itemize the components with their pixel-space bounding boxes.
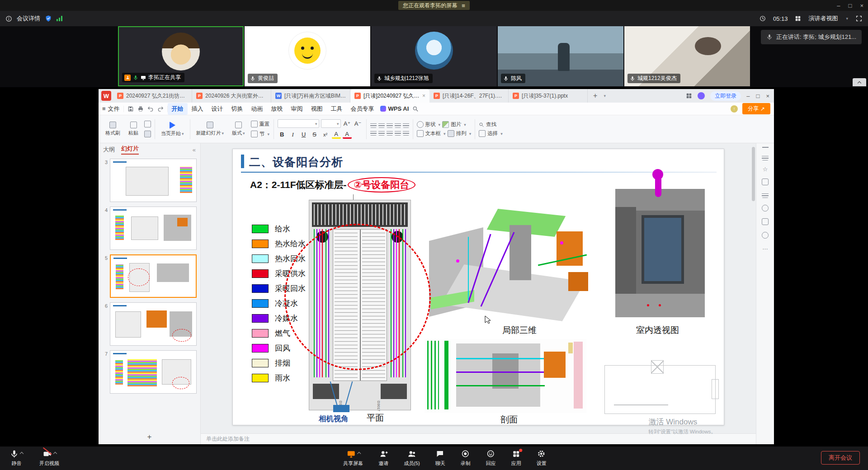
record-button[interactable]: 录制 [461, 449, 471, 467]
more-tools-icon[interactable]: … [762, 245, 768, 250]
shrink-font-button[interactable]: A⁻ [354, 119, 363, 128]
play-from-current-button[interactable]: 当页开始▾ [159, 121, 186, 138]
font-family-select[interactable]: ▾ [278, 119, 319, 128]
tab-list-caret-icon[interactable]: ▾ [604, 94, 606, 98]
share-button[interactable]: 分享↗ [742, 103, 770, 114]
new-tab-button[interactable]: + [590, 92, 601, 100]
leave-meeting-button[interactable]: 离开会议 [821, 451, 860, 465]
format-painter-button[interactable]: 格式刷 [103, 121, 123, 137]
slide-canvas[interactable]: 二、设备阳台分析 A2： 2-11F低区标准层- ②号设备阳台 给水 热水给水 … [232, 149, 724, 425]
doc-tab[interactable]: P20240927 弘久21街坊项目-A2设计 [113, 89, 192, 103]
info-icon[interactable] [5, 15, 12, 22]
star-icon[interactable]: ☆ [763, 167, 768, 172]
highlight-color-button[interactable]: A [332, 130, 341, 139]
numbered-list-icon[interactable] [378, 122, 385, 128]
font-size-select[interactable]: ▾ [321, 119, 341, 128]
menu-insert[interactable]: 插入 [188, 103, 208, 115]
plan-caption[interactable]: 平面 [367, 412, 384, 424]
wps-restore-button[interactable]: □ [756, 93, 760, 99]
doc-tab-active[interactable]: P[只读]20240927 弘久21街坊× [350, 89, 429, 103]
camera-options-caret-icon[interactable] [53, 452, 57, 456]
video-tile-litu[interactable]: 李拓正在共享 [118, 26, 244, 86]
start-video-button[interactable]: 开启视频 [39, 449, 59, 467]
red-dashed-annotation-circle[interactable] [284, 224, 431, 370]
menu-home[interactable]: 开始 [168, 103, 188, 115]
window-maximize-button[interactable]: □ [849, 2, 852, 9]
paste-button[interactable]: 粘贴 [126, 121, 141, 137]
font-color-button[interactable]: A [343, 130, 352, 139]
video-tile-zhangxu[interactable]: 城乡规划1212张旭 [371, 26, 497, 86]
copy-icon[interactable] [144, 131, 151, 137]
interior-perspective-image[interactable] [615, 189, 705, 317]
doc-tab[interactable]: P20240926 大兴街室外总图沟通 [192, 89, 271, 103]
menu-design[interactable]: 设计 [208, 103, 227, 115]
menu-review[interactable]: 审阅 [287, 103, 307, 115]
wps-ai-button[interactable]: WPS AI [380, 105, 409, 112]
picture-button[interactable]: 图片▾ [442, 121, 466, 128]
share-screen-button[interactable]: 共享屏幕 [343, 449, 363, 467]
members-button[interactable]: 成员(5) [404, 449, 420, 467]
shapes-button[interactable]: 形状▾ [417, 121, 441, 128]
increase-indent-icon[interactable] [395, 122, 401, 128]
save-icon[interactable] [127, 106, 134, 112]
video-strip-collapse-button[interactable] [853, 78, 866, 86]
cloud-sync-icon[interactable]: ↑ [731, 105, 738, 113]
file-menu[interactable]: ≡ 文件 [102, 105, 123, 113]
columns-icon[interactable] [403, 130, 409, 136]
superscript-button[interactable]: x² [321, 130, 330, 139]
view-mode-label[interactable]: 演讲者视图 [808, 14, 838, 23]
mic-options-caret-icon[interactable] [20, 452, 24, 456]
menu-transition[interactable]: 切换 [227, 103, 247, 115]
line-spacing-icon[interactable] [403, 122, 409, 128]
align-center-icon[interactable] [378, 130, 385, 136]
section-view-image[interactable] [425, 339, 586, 413]
reactions-button[interactable]: 回应 [486, 449, 496, 467]
find-button[interactable]: 查找 [479, 121, 496, 128]
wps-close-button[interactable]: × [766, 93, 769, 99]
layout-button[interactable]: 版式▾ [230, 121, 247, 137]
doc-tab[interactable]: P[只读]35-37(1).pptx [509, 89, 588, 103]
invite-button[interactable]: 邀请 [378, 449, 388, 467]
panel-collapse-icon[interactable]: « [193, 146, 196, 153]
textbox-button[interactable]: 文本框▾ [417, 130, 446, 137]
faint-outline-plan[interactable] [604, 365, 716, 414]
fullscreen-icon[interactable] [855, 15, 863, 22]
search-icon[interactable] [412, 106, 419, 112]
animation-pane-icon[interactable] [762, 192, 769, 198]
grow-font-button[interactable]: A⁺ [343, 119, 352, 128]
window-close-button[interactable]: × [860, 2, 863, 9]
workspace-icon[interactable] [686, 93, 692, 99]
interior-caption[interactable]: 室内透视图 [636, 324, 679, 336]
tab-slides[interactable]: 幻灯片 [121, 145, 139, 155]
slide-title[interactable]: 二、设备阳台分析 [249, 155, 343, 169]
print-icon[interactable] [137, 106, 144, 112]
redo-icon[interactable] [157, 106, 164, 112]
slide-thumbnail-3[interactable] [110, 159, 197, 202]
bold-button[interactable]: B [278, 130, 287, 139]
view-mode-caret-icon[interactable]: ▾ [846, 16, 848, 21]
menu-tools[interactable]: 工具 [327, 103, 347, 115]
slide-thumbnail-5-selected[interactable] [110, 254, 197, 298]
comment-icon[interactable] [762, 205, 769, 212]
select-button[interactable]: 选择▾ [479, 130, 503, 137]
selection-pane-icon[interactable] [762, 179, 769, 185]
slide-thumbnail-7[interactable] [110, 350, 197, 394]
video-tile-wujunjie[interactable]: 城规1212吴俊杰 [624, 26, 750, 86]
doc-tab[interactable]: P[只读]14-26F、27F(1).pptx [429, 89, 509, 103]
bullet-list-icon[interactable] [370, 122, 377, 128]
video-tile-chenfeng[interactable]: 陈风 [498, 26, 623, 86]
banner-menu-icon[interactable]: ≡ [462, 2, 465, 9]
align-right-icon[interactable] [387, 130, 393, 136]
menu-view[interactable]: 视图 [307, 103, 327, 115]
doc-tab[interactable]: W[只读]万科南方区域BIM深化设计控制 [271, 89, 350, 103]
tab-outline[interactable]: 大纲 [103, 146, 115, 154]
italic-button[interactable]: I [288, 130, 297, 139]
undo-icon[interactable] [147, 106, 154, 112]
arrange-button[interactable]: 排列▾ [448, 130, 472, 137]
close-tab-icon[interactable]: × [422, 93, 425, 99]
window-minimize-button[interactable]: – [837, 2, 840, 9]
share-options-caret-icon[interactable] [357, 452, 361, 456]
strikethrough-button[interactable]: S [310, 130, 319, 139]
section-caption[interactable]: 剖面 [500, 414, 518, 426]
clipart-pane-icon[interactable] [762, 218, 769, 225]
